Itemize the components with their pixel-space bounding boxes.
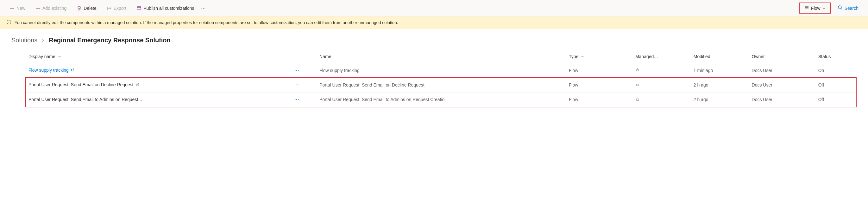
publish-icon (136, 6, 142, 11)
lock-icon (635, 97, 640, 102)
row-more-actions-icon[interactable]: ··· (294, 82, 299, 87)
col-managed[interactable]: Managed… (632, 50, 690, 63)
table-row[interactable]: Flow supply tracking···Flow supply track… (25, 63, 857, 78)
svg-point-1 (838, 6, 841, 9)
flow-dropdown[interactable]: Flow (799, 3, 831, 13)
flow-icon (804, 5, 809, 11)
plus-icon (9, 6, 14, 11)
more-commands-icon[interactable]: ··· (201, 6, 206, 11)
chevron-down-icon (58, 54, 61, 59)
cell-row-actions: ··· (291, 92, 316, 107)
export-button[interactable]: Export (103, 4, 129, 13)
cell-display-name: Portal User Request: Send Email to Admin… (25, 92, 291, 107)
add-existing-button[interactable]: Add existing (32, 4, 70, 13)
lock-icon (635, 68, 640, 73)
chevron-right-icon (41, 37, 45, 44)
col-type[interactable]: Type (566, 50, 632, 63)
cell-managed (632, 78, 690, 92)
cell-status: On (815, 63, 857, 78)
cell-display-name: Flow supply tracking (25, 63, 291, 78)
cell-modified: 2 h ago (690, 78, 749, 92)
plus-icon (35, 6, 40, 11)
cell-display-name: Portal User Request: Send Email on Decli… (25, 78, 291, 92)
svg-rect-0 (137, 7, 141, 10)
col-type-label: Type (569, 54, 578, 59)
cell-status: Off (815, 92, 857, 107)
lock-icon (635, 82, 640, 87)
col-name-label: Name (319, 54, 331, 59)
svg-rect-5 (636, 99, 639, 101)
cell-managed (632, 92, 690, 107)
table-row[interactable]: Portal User Request: Send Email on Decli… (25, 78, 857, 92)
cell-status: Off (815, 78, 857, 92)
search-button[interactable]: Search (834, 3, 862, 13)
export-icon (107, 6, 112, 11)
col-display-name[interactable]: Display name (25, 50, 291, 63)
new-label: New (17, 6, 25, 11)
components-table: Display name Name Type Managed… Modified… (25, 50, 857, 107)
cell-managed (632, 63, 690, 78)
col-display-name-label: Display name (29, 54, 55, 59)
table-row[interactable]: Portal User Request: Send Email to Admin… (25, 92, 857, 107)
cell-modified: 2 h ago (690, 92, 749, 107)
new-button[interactable]: New (6, 4, 29, 13)
cell-owner: Docs User (749, 78, 815, 92)
external-link-icon[interactable] (70, 68, 74, 73)
col-status[interactable]: Status (815, 50, 857, 63)
cell-type: Flow (566, 78, 632, 92)
info-icon (6, 20, 11, 26)
publish-button[interactable]: Publish all customizations (133, 4, 197, 13)
add-existing-label: Add existing (42, 6, 66, 11)
cell-row-actions: ··· (291, 78, 316, 92)
cell-modified: 1 min ago (690, 63, 749, 78)
info-notice: You cannot directly edit the components … (0, 16, 868, 29)
cell-name: Flow supply tracking (316, 63, 566, 78)
flow-label: Flow (811, 6, 820, 11)
delete-button[interactable]: Delete (73, 4, 99, 13)
cell-row-actions: ··· (291, 63, 316, 78)
col-status-label: Status (818, 54, 831, 59)
search-label: Search (844, 6, 859, 11)
external-link-icon[interactable] (135, 83, 139, 88)
notice-text: You cannot directly edit the components … (14, 20, 398, 25)
chevron-down-icon (823, 6, 826, 11)
cell-type: Flow (566, 63, 632, 78)
publish-label: Publish all customizations (144, 6, 194, 11)
chevron-down-icon (581, 54, 584, 59)
col-name[interactable]: Name (316, 50, 566, 63)
cell-type: Flow (566, 92, 632, 107)
table-header-row: Display name Name Type Managed… Modified… (25, 50, 857, 63)
search-icon (838, 5, 843, 11)
col-modified[interactable]: Modified (690, 50, 749, 63)
col-modified-label: Modified (693, 54, 710, 59)
breadcrumb-current: Regional Emergency Response Solution (49, 37, 170, 44)
cell-name: Portal User Request: Send Email on Decli… (316, 78, 566, 92)
col-managed-label: Managed… (635, 54, 658, 59)
breadcrumb: Solutions Regional Emergency Response So… (0, 29, 868, 50)
toolbar-right: Flow Search (799, 3, 862, 13)
breadcrumb-root[interactable]: Solutions (11, 37, 37, 44)
svg-rect-3 (636, 70, 639, 71)
cell-owner: Docs User (749, 92, 815, 107)
cell-name: Portal User Request: Send Email to Admin… (316, 92, 566, 107)
row-more-actions-icon[interactable]: ··· (294, 68, 299, 73)
delete-label: Delete (84, 6, 96, 11)
command-bar: New Add existing Delete Export Publish a… (0, 0, 868, 16)
cell-owner: Docs User (749, 63, 815, 78)
svg-rect-4 (636, 84, 639, 86)
display-name-link[interactable]: Flow supply tracking (29, 68, 69, 73)
col-owner-label: Owner (752, 54, 765, 59)
col-owner[interactable]: Owner (749, 50, 815, 63)
trash-icon (76, 6, 82, 11)
export-label: Export (114, 6, 126, 11)
row-more-actions-icon[interactable]: ··· (294, 97, 299, 102)
